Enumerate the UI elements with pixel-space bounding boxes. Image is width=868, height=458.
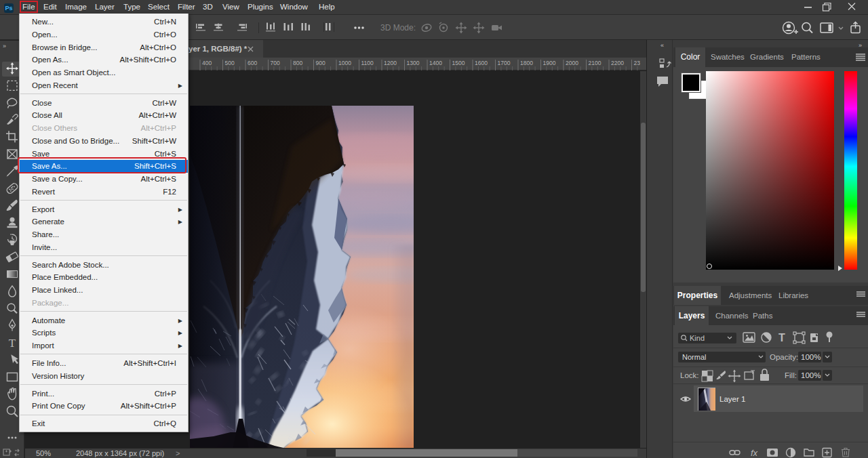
- svg-text:fx: fx: [751, 448, 758, 458]
- svg-text:T: T: [9, 337, 16, 350]
- svg-text:2200: 2200: [611, 60, 624, 66]
- svg-text:600: 600: [248, 60, 257, 66]
- svg-text:1200: 1200: [384, 60, 397, 66]
- svg-text:1700: 1700: [498, 60, 511, 66]
- svg-text:500: 500: [225, 60, 235, 66]
- svg-text:1800: 1800: [520, 60, 533, 66]
- svg-text:400: 400: [202, 60, 212, 66]
- svg-text:2000: 2000: [566, 60, 578, 66]
- svg-text:T: T: [778, 332, 785, 344]
- svg-text:700: 700: [271, 60, 280, 66]
- svg-text:900: 900: [316, 60, 326, 66]
- svg-text:800: 800: [293, 60, 302, 66]
- svg-text:2300: 2300: [634, 60, 647, 66]
- svg-text:1100: 1100: [361, 60, 374, 66]
- svg-text:1300: 1300: [407, 60, 420, 66]
- svg-text:1000: 1000: [338, 60, 351, 66]
- svg-text:1900: 1900: [543, 60, 556, 66]
- svg-text:1600: 1600: [475, 60, 488, 66]
- svg-text:1400: 1400: [429, 60, 442, 66]
- svg-text:3D Mode:: 3D Mode:: [380, 23, 416, 33]
- svg-text:2100: 2100: [589, 60, 601, 66]
- svg-text:1500: 1500: [452, 60, 465, 66]
